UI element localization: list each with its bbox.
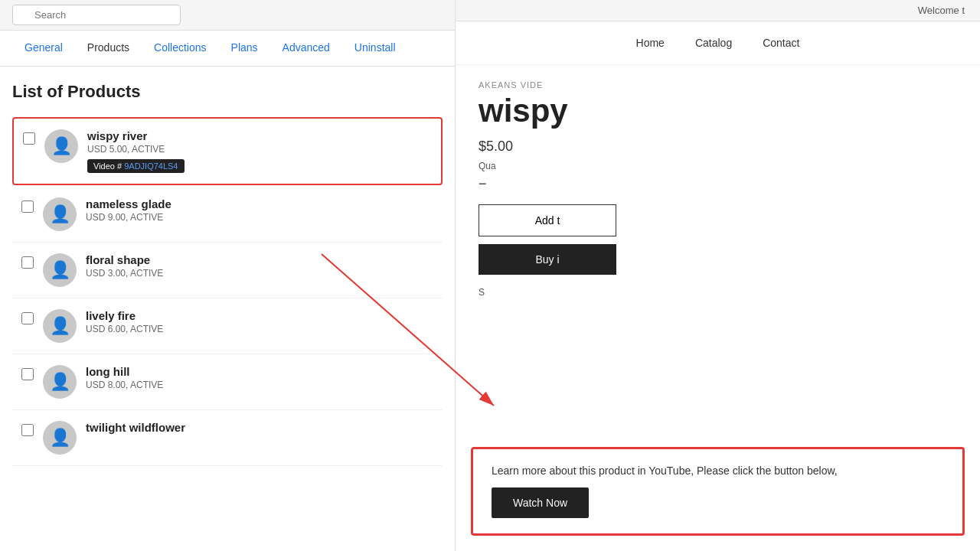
welcome-bar: Welcome t [456,0,980,21]
avatar-icon: 👤 [50,372,70,392]
product-name-long-hill: long hill [86,365,433,378]
product-price-floral-shape: USD 3.00, ACTIVE [86,268,433,279]
tab-general[interactable]: General [12,31,75,66]
product-avatar-floral-shape: 👤 [43,253,77,287]
nav-catalog[interactable]: Catalog [695,37,732,49]
product-item-nameless-glade[interactable]: 👤 nameless glade USD 9.00, ACTIVE [12,187,443,243]
product-checkbox-twilight-wildflower[interactable] [21,424,34,436]
left-panel: 🔍 General Products Collections Plans Adv… [0,0,456,551]
youtube-box: Learn more about this product in YouTube… [471,447,965,536]
product-info-twilight-wildflower: twilight wildflower [86,421,433,435]
product-name-twilight-wildflower: twilight wildflower [86,421,433,434]
avatar-icon: 👤 [51,136,72,156]
tab-advanced[interactable]: Advanced [270,31,342,66]
product-avatar-lively-fire: 👤 [43,309,77,343]
product-name-wispy-river: wispy river [87,129,432,142]
quantity-label: Qua [479,161,957,171]
avatar-icon: 👤 [50,260,70,280]
product-avatar-nameless-glade: 👤 [43,197,77,231]
list-title: List of Products [12,82,443,102]
product-price-lively-fire: USD 6.00, ACTIVE [86,324,433,334]
products-list-area: List of Products 👤 wispy river USD 5.00,… [0,67,455,551]
tab-plans[interactable]: Plans [219,31,270,66]
search-bar: 🔍 [0,0,455,31]
product-checkbox-long-hill[interactable] [21,368,34,380]
add-to-cart-button[interactable]: Add t [479,204,616,236]
product-info-wispy-river: wispy river USD 5.00, ACTIVE Video # 9AD… [87,129,432,173]
watch-now-button[interactable]: Watch Now [492,487,589,518]
product-avatar-long-hill: 👤 [43,365,77,399]
product-price-right: $5.00 [479,139,957,155]
quantity-minus-btn[interactable]: − [479,176,487,192]
right-panel: Welcome t Home Catalog Contact AKEANS VI… [456,0,980,551]
avatar-icon: 👤 [50,204,70,224]
product-checkbox-wispy-river[interactable] [23,132,35,145]
search-input[interactable] [12,5,181,25]
product-price-nameless-glade: USD 9.00, ACTIVE [86,212,433,223]
product-name-lively-fire: lively fire [86,309,433,322]
product-item-floral-shape[interactable]: 👤 floral shape USD 3.00, ACTIVE [12,243,443,298]
product-info-nameless-glade: nameless glade USD 9.00, ACTIVE [86,197,433,223]
product-price-wispy-river: USD 5.00, ACTIVE [87,144,432,155]
product-info-long-hill: long hill USD 8.00, ACTIVE [86,365,433,390]
nav-home[interactable]: Home [636,37,665,49]
product-item-lively-fire[interactable]: 👤 lively fire USD 6.00, ACTIVE [12,298,443,354]
video-link[interactable]: 9ADJIQ74LS4 [124,161,178,171]
video-badge-wispy-river[interactable]: Video # 9ADJIQ74LS4 [87,159,185,173]
product-avatar-twilight-wildflower: 👤 [43,421,77,455]
product-item-twilight-wildflower[interactable]: 👤 twilight wildflower [12,410,443,466]
store-nav: Home Catalog Contact [456,21,980,65]
nav-contact[interactable]: Contact [763,37,799,49]
avatar-icon: 👤 [50,316,70,336]
store-brand: AKEANS VIDE [479,80,957,90]
share-row: S [479,287,957,298]
product-item-long-hill[interactable]: 👤 long hill USD 8.00, ACTIVE [12,354,443,410]
product-avatar-wispy-river: 👤 [44,129,78,163]
product-info-floral-shape: floral shape USD 3.00, ACTIVE [86,253,433,279]
product-item-wispy-river[interactable]: 👤 wispy river USD 5.00, ACTIVE Video # 9… [12,117,443,185]
product-checkbox-floral-shape[interactable] [21,256,34,269]
tabs-bar: General Products Collections Plans Advan… [0,31,455,67]
welcome-text: Welcome t [918,5,965,16]
quantity-control: − [479,176,957,192]
video-label: Video # [93,161,124,171]
tab-uninstall[interactable]: Uninstall [342,31,408,66]
product-price-long-hill: USD 8.00, ACTIVE [86,380,433,390]
product-title-right: wispy [479,93,957,129]
product-info-lively-fire: lively fire USD 6.00, ACTIVE [86,309,433,334]
product-name-nameless-glade: nameless glade [86,197,433,210]
product-checkbox-lively-fire[interactable] [21,312,34,324]
youtube-description: Learn more about this product in YouTube… [492,465,944,477]
avatar-icon: 👤 [50,428,70,448]
buy-now-button[interactable]: Buy i [479,244,616,275]
product-name-floral-shape: floral shape [86,253,433,266]
tab-products[interactable]: Products [75,31,142,66]
tab-collections[interactable]: Collections [142,31,218,66]
product-checkbox-nameless-glade[interactable] [21,201,34,213]
